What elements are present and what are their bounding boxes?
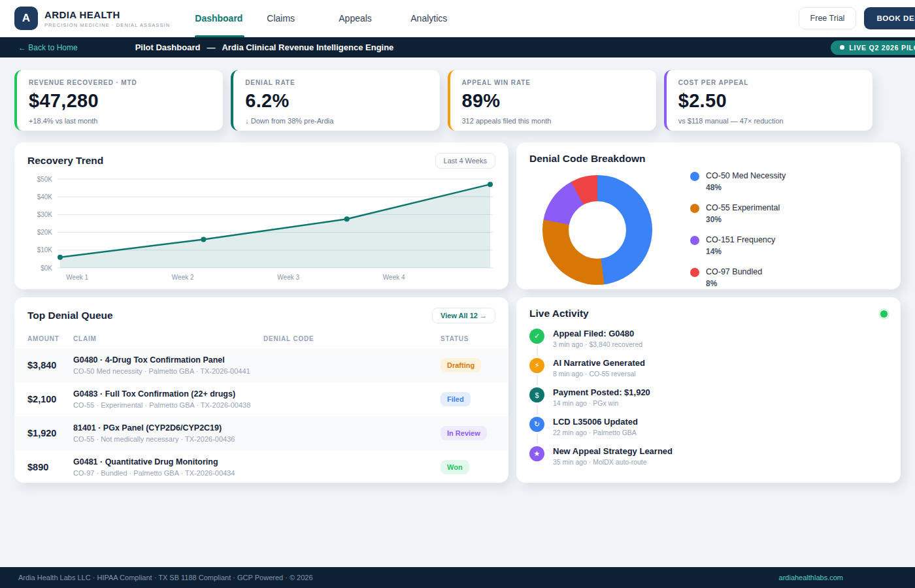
nav-item-label: Dashboard [195, 13, 242, 24]
header-actions: Free Trial BOOK DEMO [799, 7, 915, 29]
live-badge-label: LIVE Q2 2026 PILOT [849, 44, 915, 52]
svg-text:Week 1: Week 1 [66, 274, 88, 281]
legend-color-dot [690, 204, 699, 213]
legend-item: CO-55 Experimental 30% [690, 203, 786, 224]
legend-color-dot [690, 236, 699, 245]
kpi-value: 6.2% [245, 90, 427, 112]
live-activity-title: Live Activity [529, 308, 589, 319]
nav-item-claims[interactable]: Claims [267, 0, 339, 37]
activity-item: ⚡ AI Narrative Generated 8 min ago · CO-… [529, 358, 888, 378]
line-chart-svg: $0K$10K$20K$30K$40K$50KWeek 1Week 2Week … [27, 172, 495, 285]
kpi-card-appeal-win-rate: APPEAL WIN RATE 89% 312 appeals filed th… [448, 70, 656, 131]
brand-tagline: PRECISION MEDICINE · DENIAL ASSASSIN [44, 22, 170, 28]
donut-chart-area: CO-50 Med Necessity 48% CO-55 Experiment… [516, 171, 901, 288]
app-footer: Ardia Health Labs LLC · HIPAA Compliant … [0, 567, 915, 588]
bolt-icon: ⚡ [529, 358, 544, 373]
svg-text:Week 3: Week 3 [277, 274, 299, 281]
live-dot-icon [840, 45, 844, 50]
queue-table-row[interactable]: $3,840 G0480 · 4-Drug Tox Confirmation P… [14, 348, 508, 382]
title-separator: — [207, 42, 215, 52]
brand-name: ARDIA HEALTH [44, 9, 170, 20]
view-all-button[interactable]: View All 12 → [432, 308, 495, 323]
activity-subtext: 22 min ago · Palmetto GBA [553, 429, 638, 436]
pilot-subheader: ← Back to Home Pilot Dashboard — Ardia C… [0, 37, 915, 57]
free-trial-button[interactable]: Free Trial [799, 7, 857, 29]
legend-item: CO-97 Bundled 8% [690, 267, 786, 288]
recovery-trend-title: Recovery Trend [27, 155, 103, 167]
queue-table-row[interactable]: $2,100 G0483 · Full Tox Confirmation (22… [14, 382, 508, 416]
activity-title: AI Narrative Generated [553, 358, 645, 368]
dollar-icon: $ [529, 387, 544, 402]
svg-text:$10K: $10K [37, 246, 53, 253]
refresh-icon: ↻ [529, 417, 544, 432]
legend-color-dot [690, 268, 699, 277]
kpi-card-denial-rate: DENIAL RATE 6.2% ↓ Down from 38% pre-Ard… [231, 70, 439, 131]
queue-amount: $890 [27, 462, 73, 472]
queue-claim-detail: CO-50 Med necessity · Palmetto GBA · TX-… [73, 367, 263, 375]
legend-percent: 48% [706, 183, 786, 192]
kpi-value: $47,280 [29, 90, 211, 112]
queue-amount: $1,920 [27, 428, 73, 438]
nav-item-dashboard[interactable]: Dashboard [195, 0, 267, 37]
activity-item: ✓ Appeal Filed: G0480 3 min ago · $3,840… [529, 329, 888, 348]
status-badge: Won [441, 460, 469, 474]
activity-title: Payment Posted: $1,920 [553, 387, 650, 397]
footer-website-link[interactable]: ardiahealthlabs.com [779, 574, 843, 581]
denial-breakdown-title: Denial Code Breakdown [529, 153, 645, 165]
activity-title: LCD L35006 Updated [553, 417, 638, 427]
footer-compliance-text: Ardia Health Labs LLC · HIPAA Compliant … [18, 574, 313, 581]
legend-label: CO-55 Experimental [706, 203, 780, 212]
svg-text:$50K: $50K [37, 176, 53, 183]
main-nav: Dashboard Claims Appeals Analytics [195, 0, 482, 37]
status-badge: In Review [441, 426, 487, 440]
kpi-subtext: 312 appeals filed this month [462, 117, 644, 125]
svg-text:$30K: $30K [37, 211, 53, 218]
queue-rows: $3,840 G0480 · 4-Drug Tox Confirmation P… [14, 348, 508, 484]
legend-item: CO-151 Frequency 14% [690, 235, 786, 256]
queue-table-row[interactable]: $1,920 81401 · PGx Panel (CYP2D6/CYP2C19… [14, 416, 508, 450]
activity-timeline: ✓ Appeal Filed: G0480 3 min ago · $3,840… [516, 319, 901, 466]
recovery-trend-chart: $0K$10K$20K$30K$40K$50KWeek 1Week 2Week … [14, 169, 508, 287]
activity-item: ↻ LCD L35006 Updated 22 min ago · Palmet… [529, 417, 888, 436]
activity-subtext: 14 min ago · PGx win [553, 399, 650, 407]
nav-item-appeals[interactable]: Appeals [339, 0, 410, 37]
legend-item: CO-50 Med Necessity 48% [690, 171, 786, 192]
legend-label: CO-50 Med Necessity [706, 171, 786, 180]
book-demo-button[interactable]: BOOK DEMO [864, 7, 915, 29]
svg-text:Week 2: Week 2 [172, 274, 194, 281]
column-header-amount: AMOUNT [27, 335, 73, 342]
activity-title: Appeal Filed: G0480 [553, 329, 642, 338]
kpi-card-cost-per-appeal: COST PER APPEAL $2.50 vs $118 manual — 4… [664, 70, 873, 131]
denial-breakdown-panel: Denial Code Breakdown CO-50 Med Necessit… [516, 142, 901, 289]
last-4-weeks-button[interactable]: Last 4 Weeks [435, 153, 495, 169]
queue-claim-title: G0483 · Full Tox Confirmation (22+ drugs… [73, 389, 263, 399]
denial-queue-panel: Top Denial Queue View All 12 → AMOUNT CL… [14, 297, 508, 483]
activity-subtext: 3 min ago · $3,840 recovered [553, 340, 642, 348]
kpi-value: $2.50 [678, 90, 861, 112]
app-header: A ARDIA HEALTH PRECISION MEDICINE · DENI… [0, 0, 915, 37]
queue-amount: $2,100 [27, 394, 73, 404]
kpi-label: COST PER APPEAL [678, 79, 861, 86]
queue-table-row[interactable]: $890 G0481 · Quantitative Drug Monitorin… [14, 450, 508, 484]
legend-label: CO-151 Frequency [706, 235, 775, 244]
check-icon: ✓ [529, 329, 544, 344]
kpi-value: 89% [462, 90, 644, 112]
activity-title: New Appeal Strategy Learned [553, 446, 673, 456]
kpi-label: DENIAL RATE [245, 79, 427, 86]
denial-queue-title: Top Denial Queue [27, 310, 113, 321]
live-pilot-badge: LIVE Q2 2026 PILOT [831, 41, 915, 55]
nav-item-analytics[interactable]: Analytics [410, 0, 482, 37]
svg-text:$0K: $0K [41, 265, 52, 272]
star-icon: ★ [529, 446, 544, 461]
kpi-label: REVENUE RECOVERED · MTD [29, 79, 211, 86]
subheader-title: Pilot Dashboard — Ardia Clinical Revenue… [135, 42, 394, 52]
queue-claim-detail: CO-55 · Not medically necessary · TX-202… [73, 435, 263, 443]
activity-item: ★ New Appeal Strategy Learned 35 min ago… [529, 446, 888, 466]
legend-percent: 14% [706, 247, 775, 256]
queue-claim-title: 81401 · PGx Panel (CYP2D6/CYP2C19) [73, 423, 263, 433]
back-to-home-link[interactable]: ← Back to Home [18, 43, 78, 52]
nav-item-label: Appeals [339, 13, 372, 24]
live-activity-panel: Live Activity ✓ Appeal Filed: G0480 3 mi… [516, 297, 901, 483]
column-header-status: STATUS [441, 335, 495, 342]
queue-claim-detail: CO-97 · Bundled · Palmetto GBA · TX-2026… [73, 469, 263, 477]
